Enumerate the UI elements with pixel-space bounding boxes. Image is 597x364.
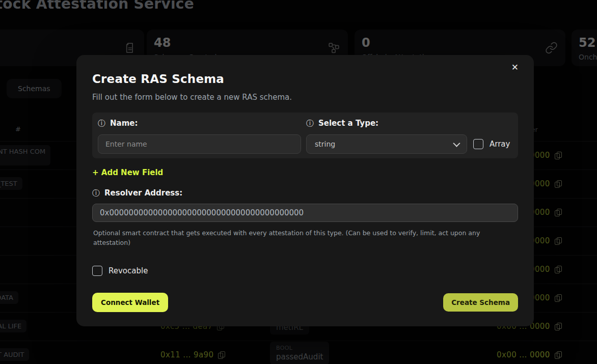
name-label-row: ⓘ Name: [98, 119, 301, 128]
resolver-input[interactable] [92, 204, 518, 222]
modal-title: Create RAS Schema [92, 72, 518, 86]
name-input[interactable] [98, 134, 301, 154]
chevron-down-icon [453, 140, 460, 147]
info-icon: ⓘ [306, 120, 314, 127]
revocable-label: Revocable [108, 266, 148, 275]
create-schema-modal: ✕ Create RAS Schema Fill out the form be… [76, 55, 534, 326]
resolver-label-row: ⓘ Resolver Address: [92, 188, 518, 198]
type-select[interactable]: string [306, 134, 467, 154]
app-root: Rootstock Attestation Service 48 Schemas… [0, 0, 597, 364]
add-new-field-link[interactable]: + Add New Field [92, 168, 163, 177]
info-icon: ⓘ [92, 189, 100, 197]
resolver-label: Resolver Address: [104, 188, 182, 198]
modal-footer: Connect Wallet Create Schema [92, 293, 518, 312]
type-label: Select a Type: [318, 119, 378, 128]
info-icon: ⓘ [98, 120, 105, 127]
array-checkbox-row[interactable]: Array [473, 139, 510, 149]
connect-wallet-button[interactable]: Connect Wallet [92, 293, 168, 312]
array-checkbox[interactable] [473, 139, 483, 149]
name-label: Name: [110, 119, 138, 128]
resolver-help-text: Optional smart contract that gets execut… [93, 229, 501, 248]
modal-subtitle: Fill out the form below to create a new … [92, 93, 518, 102]
revocable-checkbox[interactable] [92, 266, 102, 276]
revocable-checkbox-row[interactable]: Revocable [92, 266, 148, 276]
close-icon[interactable]: ✕ [509, 61, 521, 74]
type-label-row: ⓘ Select a Type: [306, 119, 512, 128]
create-schema-button[interactable]: Create Schema [443, 293, 518, 312]
field-row-panel: ⓘ Name: ⓘ Select a Type: string [92, 113, 518, 158]
type-select-value: string [315, 140, 335, 148]
array-label: Array [490, 139, 510, 149]
